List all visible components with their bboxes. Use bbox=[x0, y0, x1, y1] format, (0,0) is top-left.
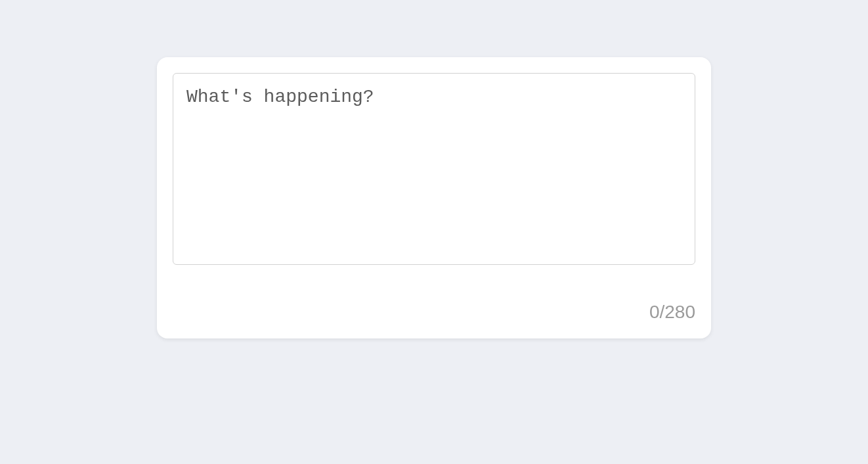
character-counter: 0/280 bbox=[649, 302, 695, 323]
compose-textarea[interactable] bbox=[173, 73, 695, 265]
counter-row: 0/280 bbox=[173, 302, 695, 323]
compose-card: 0/280 bbox=[157, 57, 711, 338]
